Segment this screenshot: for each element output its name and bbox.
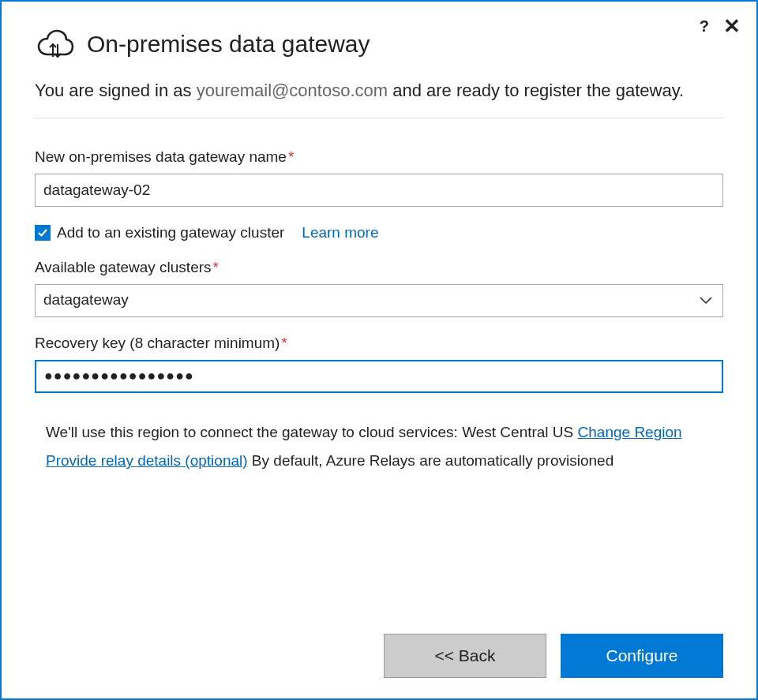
configure-button[interactable]: Configure <box>561 634 723 678</box>
add-cluster-checkbox[interactable] <box>35 225 51 241</box>
recovery-key-input[interactable]: ●●●●●●●●●●●●●●●● <box>35 360 723 393</box>
clusters-select[interactable]: datagateway <box>35 284 723 317</box>
region-name: West Central US <box>462 424 577 440</box>
recovery-key-label: Recovery key (8 character minimum)* <box>35 335 723 352</box>
back-button[interactable]: << Back <box>384 634 546 678</box>
relay-details-link[interactable]: Provide relay details (optional) <box>46 452 248 469</box>
learn-more-link[interactable]: Learn more <box>302 224 378 241</box>
help-icon[interactable]: ? <box>700 17 709 36</box>
add-cluster-label: Add to an existing gateway cluster <box>57 224 284 241</box>
close-icon[interactable]: ✕ <box>723 16 741 36</box>
cloud-gateway-icon <box>35 25 76 63</box>
change-region-link[interactable]: Change Region <box>578 424 682 440</box>
gateway-name-label: New on-premises data gateway name* <box>35 148 723 166</box>
required-asterisk: * <box>288 148 294 165</box>
gateway-name-input[interactable] <box>35 174 723 207</box>
region-info: We'll use this region to connect the gat… <box>46 418 723 447</box>
intro-suffix: and are ready to register the gateway. <box>388 80 684 100</box>
required-asterisk: * <box>281 335 287 351</box>
page-title: On-premises data gateway <box>87 31 370 58</box>
intro-text: You are signed in as youremail@contoso.c… <box>35 79 723 118</box>
required-asterisk: * <box>213 259 219 275</box>
clusters-label: Available gateway clusters* <box>35 259 723 276</box>
intro-prefix: You are signed in as <box>35 80 197 100</box>
relay-info: Provide relay details (optional) By defa… <box>46 447 723 475</box>
user-email: youremail@contoso.com <box>197 80 388 100</box>
